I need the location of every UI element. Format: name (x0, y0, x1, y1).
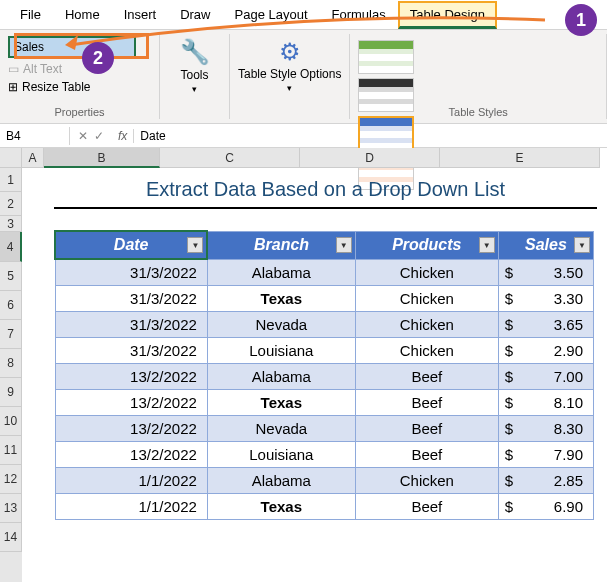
row-header-5[interactable]: 5 (0, 262, 22, 291)
cancel-icon[interactable]: ✕ (78, 129, 88, 143)
cell-date[interactable]: 13/2/2022 (55, 442, 207, 468)
cell-products[interactable]: Chicken (355, 468, 498, 494)
cell-products[interactable]: Beef (355, 390, 498, 416)
cell-products[interactable]: Chicken (355, 338, 498, 364)
cell-branch[interactable]: Louisiana (207, 338, 355, 364)
row-header-3[interactable]: 3 (0, 216, 22, 232)
sheet-title: Extract Data Based on a Drop Down List (54, 172, 597, 209)
cell-branch[interactable]: Alabama (207, 468, 355, 494)
cell-branch[interactable]: Nevada (207, 416, 355, 442)
cell-sales[interactable]: $7.90 (498, 442, 593, 468)
style-preview-blue-selected[interactable] (358, 116, 414, 152)
table-row[interactable]: 31/3/2022AlabamaChicken$3.50 (55, 259, 594, 286)
tab-file[interactable]: File (8, 1, 53, 28)
cell-branch[interactable]: Texas (207, 390, 355, 416)
row-header-2[interactable]: 2 (0, 192, 22, 216)
cell-products[interactable]: Chicken (355, 286, 498, 312)
options-label: Table Style Options (238, 68, 341, 81)
row-header-14[interactable]: 14 (0, 523, 22, 552)
cell-products[interactable]: Beef (355, 364, 498, 390)
cell-date[interactable]: 31/3/2022 (55, 338, 207, 364)
table-row[interactable]: 31/3/2022TexasChicken$3.30 (55, 286, 594, 312)
col-header-B[interactable]: B (44, 148, 160, 168)
column-headers: ABCDE (22, 148, 600, 168)
chevron-down-icon: ▾ (192, 84, 197, 94)
alt-text-icon: ▭ (8, 62, 19, 76)
row-header-10[interactable]: 10 (0, 407, 22, 436)
row-header-4[interactable]: 4 (0, 232, 22, 262)
col-header-D[interactable]: D (300, 148, 440, 168)
grid-body[interactable]: Extract Data Based on a Drop Down List D… (22, 168, 607, 582)
cell-date[interactable]: 31/3/2022 (55, 259, 207, 286)
fx-label[interactable]: fx (112, 129, 134, 143)
resize-table-label: Resize Table (22, 80, 90, 94)
cell-date[interactable]: 13/2/2022 (55, 364, 207, 390)
row-header-12[interactable]: 12 (0, 465, 22, 494)
cell-branch[interactable]: Alabama (207, 364, 355, 390)
cell-date[interactable]: 31/3/2022 (55, 286, 207, 312)
row-headers: 1234567891011121314 (0, 168, 22, 582)
cell-date[interactable]: 31/3/2022 (55, 312, 207, 338)
filter-dropdown-icon[interactable]: ▼ (574, 237, 590, 253)
cell-branch[interactable]: Texas (207, 286, 355, 312)
table-row[interactable]: 1/1/2022TexasBeef$6.90 (55, 494, 594, 520)
row-header-1[interactable]: 1 (0, 168, 22, 192)
row-header-6[interactable]: 6 (0, 291, 22, 320)
row-header-7[interactable]: 7 (0, 320, 22, 349)
header-label: Sales (525, 236, 567, 253)
header-label: Branch (254, 236, 309, 253)
cell-date[interactable]: 13/2/2022 (55, 416, 207, 442)
cell-products[interactable]: Beef (355, 494, 498, 520)
cell-sales[interactable]: $3.65 (498, 312, 593, 338)
table-row[interactable]: 13/2/2022AlabamaBeef$7.00 (55, 364, 594, 390)
cell-products[interactable]: Beef (355, 416, 498, 442)
cell-sales[interactable]: $7.00 (498, 364, 593, 390)
header-sales[interactable]: Sales▼ (498, 231, 593, 259)
cell-sales[interactable]: $2.90 (498, 338, 593, 364)
cell-sales[interactable]: $2.85 (498, 468, 593, 494)
table-row[interactable]: 31/3/2022NevadaChicken$3.65 (55, 312, 594, 338)
name-box[interactable]: B4 (0, 127, 70, 145)
formula-buttons: ✕ ✓ (70, 129, 112, 143)
filter-dropdown-icon[interactable]: ▼ (187, 237, 203, 253)
col-header-A[interactable]: A (22, 148, 44, 168)
cell-date[interactable]: 1/1/2022 (55, 494, 207, 520)
formula-bar: B4 ✕ ✓ fx (0, 124, 607, 148)
table-row[interactable]: 13/2/2022NevadaBeef$8.30 (55, 416, 594, 442)
header-label: Products (392, 236, 461, 253)
enter-icon[interactable]: ✓ (94, 129, 104, 143)
table-row[interactable]: 13/2/2022TexasBeef$8.10 (55, 390, 594, 416)
cell-products[interactable]: Chicken (355, 312, 498, 338)
table-row[interactable]: 1/1/2022AlabamaChicken$2.85 (55, 468, 594, 494)
cell-sales[interactable]: $8.30 (498, 416, 593, 442)
col-header-E[interactable]: E (440, 148, 600, 168)
cell-branch[interactable]: Nevada (207, 312, 355, 338)
header-date[interactable]: Date▼ (55, 231, 207, 259)
cell-date[interactable]: 1/1/2022 (55, 468, 207, 494)
header-label: Date (114, 236, 149, 253)
cell-branch[interactable]: Alabama (207, 259, 355, 286)
cell-branch[interactable]: Texas (207, 494, 355, 520)
row-header-13[interactable]: 13 (0, 494, 22, 523)
select-all-corner[interactable] (0, 148, 22, 168)
cell-products[interactable]: Chicken (355, 259, 498, 286)
cell-date[interactable]: 13/2/2022 (55, 390, 207, 416)
cell-sales[interactable]: $3.50 (498, 259, 593, 286)
cell-sales[interactable]: $8.10 (498, 390, 593, 416)
row-header-8[interactable]: 8 (0, 349, 22, 378)
table-row[interactable]: 13/2/2022LouisianaBeef$7.90 (55, 442, 594, 468)
header-branch[interactable]: Branch▼ (207, 231, 355, 259)
cell-sales[interactable]: $3.30 (498, 286, 593, 312)
filter-dropdown-icon[interactable]: ▼ (336, 237, 352, 253)
row-header-11[interactable]: 11 (0, 436, 22, 465)
filter-dropdown-icon[interactable]: ▼ (479, 237, 495, 253)
cell-branch[interactable]: Louisiana (207, 442, 355, 468)
cell-products[interactable]: Beef (355, 442, 498, 468)
cell-sales[interactable]: $6.90 (498, 494, 593, 520)
group-label-styles: Table Styles (350, 106, 606, 118)
row-header-9[interactable]: 9 (0, 378, 22, 407)
table-row[interactable]: 31/3/2022LouisianaChicken$2.90 (55, 338, 594, 364)
col-header-C[interactable]: C (160, 148, 300, 168)
header-products[interactable]: Products▼ (355, 231, 498, 259)
resize-table-button[interactable]: ⊞ Resize Table (8, 80, 151, 94)
